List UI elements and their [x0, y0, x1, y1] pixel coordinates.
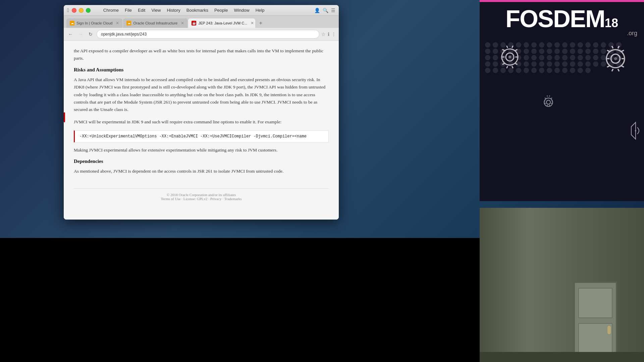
risks-heading: Risks and Assumptions — [74, 67, 329, 73]
dot — [562, 42, 568, 48]
pink-accent-bar — [480, 0, 644, 2]
star-icon[interactable]: ☆ — [321, 32, 326, 37]
dot — [593, 42, 598, 48]
menu-view[interactable]: View — [149, 7, 163, 13]
dot — [485, 61, 490, 67]
dot — [585, 42, 591, 48]
dot — [562, 55, 568, 60]
menu-icon[interactable]: ☰ — [331, 8, 335, 13]
tab-close-2[interactable]: ✕ — [181, 21, 184, 25]
apple-logo-icon:  — [67, 7, 69, 13]
gear-icon-large-right — [600, 44, 631, 74]
dot — [539, 68, 544, 73]
menu-window[interactable]: Window — [231, 7, 252, 13]
forward-button[interactable]: → — [76, 30, 85, 38]
title-bar-right-icons: 👤 🔍 ☰ — [314, 8, 335, 13]
door-handle — [607, 326, 611, 334]
tab-signin-oracle[interactable]: ☁ Sign In | Oracle Cloud ✕ — [66, 18, 122, 28]
tab-oracle-infra[interactable]: ☁ Oracle Cloud Infrastructure ✕ — [123, 18, 187, 28]
close-button[interactable] — [72, 8, 76, 13]
dot — [562, 68, 568, 73]
dot — [585, 49, 591, 54]
room-bg — [480, 208, 644, 362]
tab-favicon-2: ☁ — [126, 21, 131, 25]
speaker-indicator — [631, 121, 641, 141]
fosdem-header: FOSDEM 18 .org — [480, 0, 644, 37]
menu-history[interactable]: History — [164, 7, 183, 13]
menu-bookmarks[interactable]: Bookmarks — [184, 7, 211, 13]
dot — [578, 61, 583, 67]
dot — [585, 68, 591, 73]
door-scene — [480, 208, 644, 362]
dot — [547, 55, 552, 60]
new-tab-button[interactable]: + — [256, 18, 265, 28]
svg-point-6 — [635, 130, 636, 131]
tab-close-1[interactable]: ✕ — [116, 21, 119, 25]
search-icon[interactable]: 🔍 — [323, 8, 328, 13]
menu-edit[interactable]: Edit — [135, 7, 148, 13]
dot — [570, 61, 575, 67]
dot — [593, 49, 598, 54]
minimize-button[interactable] — [79, 8, 84, 13]
dot — [524, 61, 529, 67]
dot — [593, 61, 598, 67]
svg-point-3 — [614, 57, 617, 60]
door-panel-top — [578, 288, 612, 318]
dot — [547, 42, 552, 48]
maximize-button[interactable] — [86, 8, 91, 13]
tabs-bar: ☁ Sign In | Oracle Cloud ✕ ☁ Oracle Clou… — [64, 16, 339, 28]
gear-icon-small-center — [540, 94, 557, 111]
address-bar: ← → ↻ openjdk.java.net/jeps/243 ☆ ℹ ⋮ — [64, 28, 339, 41]
risks-body1: A Java API that allows VM internals to b… — [74, 76, 329, 113]
menu-help[interactable]: Help — [253, 7, 267, 13]
dot — [578, 68, 583, 73]
dot — [547, 68, 552, 73]
dot — [554, 49, 560, 54]
menu-file[interactable]: File — [122, 7, 135, 13]
back-button[interactable]: ← — [66, 30, 74, 38]
code-text: -XX:+UnlockExperimentalVMOptions -XX:+En… — [79, 134, 307, 139]
dot — [531, 61, 537, 67]
tab-label-2: Oracle Cloud Infrastructure — [133, 21, 177, 25]
dot — [524, 68, 529, 73]
page-intro-text: the API exposed to a compiler developer … — [74, 47, 329, 62]
dot — [585, 55, 591, 60]
dot — [539, 61, 544, 67]
dot — [531, 55, 537, 60]
dot — [578, 55, 583, 60]
dot — [562, 49, 568, 54]
floor — [480, 352, 644, 362]
more-icon[interactable]: ⋮ — [331, 32, 336, 37]
dependencies-heading: Dependencies — [74, 159, 329, 164]
tab-label-1: Sign In | Oracle Cloud — [76, 21, 112, 25]
dot — [524, 49, 529, 54]
dot — [554, 42, 560, 48]
browser-window:  Chrome File Edit View History Bookmark… — [64, 5, 339, 220]
dot — [562, 61, 568, 67]
dot — [578, 49, 583, 54]
menu-chrome[interactable]: Chrome — [101, 7, 121, 13]
tab-favicon-3: ☕ — [192, 21, 196, 25]
dot — [539, 42, 544, 48]
dot — [524, 42, 529, 48]
fosdem-panel: FOSDEM 18 .org — [480, 0, 644, 201]
fosdem-title-row: FOSDEM 18 — [505, 5, 618, 33]
menu-people[interactable]: People — [212, 7, 230, 13]
dot — [585, 61, 591, 67]
reload-button[interactable]: ↻ — [87, 30, 95, 38]
risks-body2: JVMCI will be experimental in JDK 9 and … — [74, 118, 329, 126]
tab-close-3[interactable]: ✕ — [251, 21, 254, 25]
info-icon[interactable]: ℹ — [328, 32, 329, 37]
tab-jep243[interactable]: ☕ JEP 243: Java-Level JVM C... ✕ — [188, 18, 255, 28]
dot — [524, 55, 529, 60]
url-bar[interactable]: openjdk.java.net/jeps/243 — [97, 30, 319, 39]
url-text: openjdk.java.net/jeps/243 — [101, 32, 147, 37]
dot — [578, 42, 583, 48]
dot — [547, 49, 552, 54]
tab-favicon-1: ☁ — [70, 21, 74, 25]
dependencies-body: As mentioned above, JVMCI is dependent o… — [74, 168, 329, 175]
dot — [554, 61, 560, 67]
page-content: the API exposed to a compiler developer … — [64, 41, 339, 220]
dot — [570, 49, 575, 54]
dot — [485, 49, 490, 54]
